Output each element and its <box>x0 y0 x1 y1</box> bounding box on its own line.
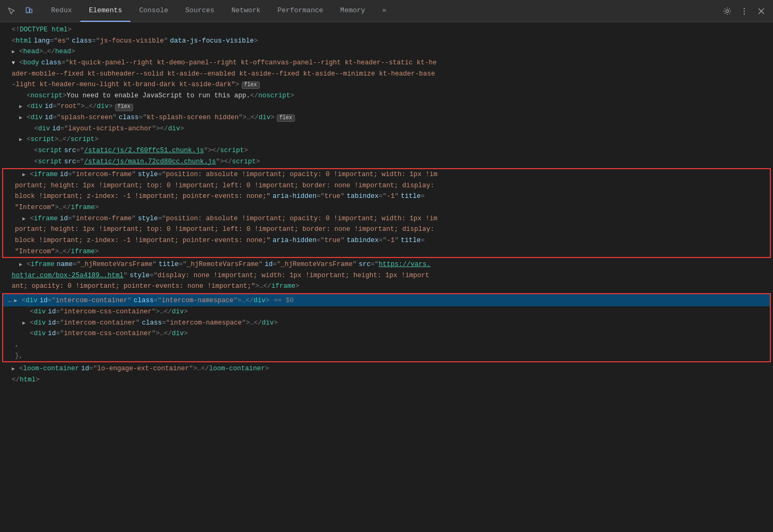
iframe1-line3: block !important; z-index: -1 !important… <box>3 191 770 202</box>
iframe1-line2: portant; height: 1px !important; top: 0 … <box>3 180 770 192</box>
close-button[interactable] <box>754 4 769 19</box>
mobile-icon[interactable] <box>21 4 36 19</box>
tab-elements[interactable]: Elements <box>80 0 130 22</box>
div-root-line[interactable]: ▶ <div id="root" >…</div> flex <box>0 101 773 112</box>
div-splash-line[interactable]: ▶ <div id="splash-screen" class="kt-spla… <box>0 112 773 123</box>
njframe-line1[interactable]: ▶ <iframe name="_hjRemoteVarsFrame" titl… <box>0 259 773 270</box>
toolbar-right-actions <box>720 4 769 19</box>
iframe2-line4: "Intercom">…</iframe> <box>3 246 770 257</box>
div-layout-line[interactable]: <div id="layout-scripts-anchor" ></div> <box>0 123 773 135</box>
tab-memory[interactable]: Memory <box>332 0 374 22</box>
body-element-line[interactable]: ▼ <body class="kt-quick-panel--right kt-… <box>0 57 773 69</box>
svg-rect-1 <box>30 9 32 13</box>
cursor-icon[interactable] <box>4 4 19 19</box>
html-element-line[interactable]: <html lang="es" class="js-focus-visible"… <box>0 36 773 47</box>
iframe1-line1[interactable]: ▶ <iframe id="intercom-frame" style="pos… <box>3 169 770 180</box>
elements-panel: <!DOCTYPE html> <html lang="es" class="j… <box>0 22 773 532</box>
tab-console[interactable]: Console <box>130 0 177 22</box>
more-options-button[interactable] <box>737 4 752 19</box>
intercom-container-line1[interactable]: … ▶ <div id="intercom-container" class="… <box>3 294 770 306</box>
script-src2-line[interactable]: <script src="/static/js/main.72cd80cc.ch… <box>0 156 773 168</box>
toolbar-icon-group <box>4 4 36 19</box>
intercom-css-container-line2[interactable]: <div id="intercom-css-container" >…</div… <box>3 328 770 339</box>
intercom-container-line2[interactable]: ▶ <div id="intercom-container" class="in… <box>3 318 770 329</box>
svg-point-4 <box>744 7 745 9</box>
flex-badge-splash[interactable]: flex <box>277 114 295 122</box>
body-class-cont1: ader-mobile--fixed kt-subheader--solid k… <box>0 69 773 80</box>
head-element-line[interactable]: ▶ <head>…</head> <box>0 46 773 57</box>
body-close-partial: }, <box>3 351 770 362</box>
settings-button[interactable] <box>720 4 735 19</box>
iframe2-line1[interactable]: ▶ <iframe id="intercom-frame" style="pos… <box>3 213 770 225</box>
html-close-line[interactable]: </html> <box>0 375 773 386</box>
tab-sources[interactable]: Sources <box>177 0 223 22</box>
iframe2-line3: block !important; z-index: -1 !important… <box>3 235 770 246</box>
svg-point-6 <box>744 13 745 14</box>
noscript-line[interactable]: <noscript>You need to enable JavaScript … <box>0 90 773 102</box>
svg-point-5 <box>744 10 745 11</box>
iframe1-line4: "Intercom">…</iframe> <box>3 202 770 213</box>
flex-badge-body[interactable]: flex <box>242 81 260 89</box>
devtools-toolbar: Redux Elements Console Sources Network P… <box>0 0 773 22</box>
njframe-line3: ant; opacity: 0 !important; pointer-even… <box>0 281 773 292</box>
red-highlight-section-1: ▶ <iframe id="intercom-frame" style="pos… <box>2 168 771 258</box>
njframe-line2: hotjar.com/box-25a4189….html" style="dis… <box>0 270 773 281</box>
body-class-cont2: -light kt-header-menu-light kt-brand-dar… <box>0 79 773 90</box>
script-collapsed-line[interactable]: ▶ <script>…</script> <box>0 134 773 145</box>
loom-container-line[interactable]: ▶ <loom-container id="lo-engage-ext-cont… <box>0 363 773 375</box>
tab-network[interactable]: Network <box>223 0 269 22</box>
dollar-zero-label: == $0 <box>274 295 294 306</box>
tab-performance[interactable]: Performance <box>269 0 332 22</box>
tab-more[interactable]: » <box>374 0 395 22</box>
intercom-css-container-line1[interactable]: <div id="intercom-css-container" >…</div… <box>3 306 770 318</box>
red-highlight-section-2: … ▶ <div id="intercom-container" class="… <box>2 293 771 362</box>
flex-badge-root[interactable]: flex <box>115 104 133 111</box>
script-src1-line[interactable]: <script src="/static/js/2.f60ffc51.chunk… <box>0 145 773 156</box>
svg-point-3 <box>726 10 729 12</box>
tab-redux[interactable]: Redux <box>43 0 80 22</box>
body-partial-close: , <box>3 339 770 351</box>
doctype-line[interactable]: <!DOCTYPE html> <box>0 24 773 36</box>
iframe2-line2: portant; height: 1px !important; top: 0 … <box>3 224 770 235</box>
tabs-container: Redux Elements Console Sources Network P… <box>43 0 720 22</box>
dots-icon: … <box>7 294 12 306</box>
